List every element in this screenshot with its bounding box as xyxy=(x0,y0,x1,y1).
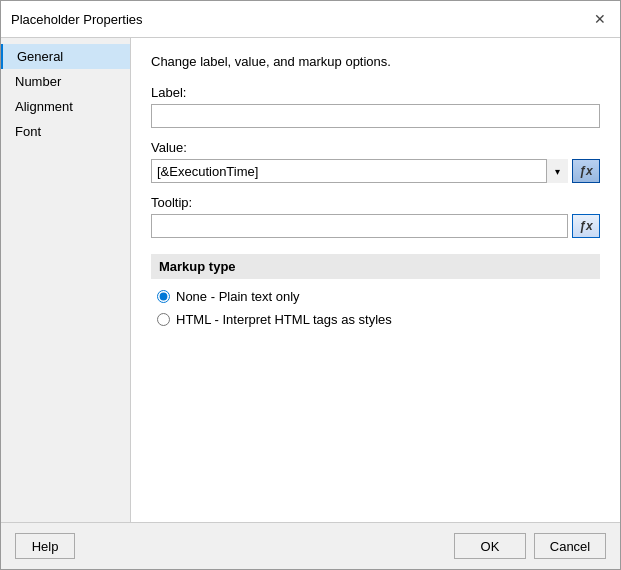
sidebar-item-general[interactable]: General xyxy=(1,44,130,69)
tooltip-fx-button[interactable]: ƒx xyxy=(572,214,600,238)
ok-button[interactable]: OK xyxy=(454,533,526,559)
label-input[interactable] xyxy=(151,104,600,128)
tooltip-input[interactable] xyxy=(151,214,568,238)
value-select-wrapper: [&ExecutionTime] ▾ xyxy=(151,159,568,183)
radio-html-label: HTML - Interpret HTML tags as styles xyxy=(176,312,392,327)
main-description: Change label, value, and markup options. xyxy=(151,54,600,69)
help-button[interactable]: Help xyxy=(15,533,75,559)
footer-right: OK Cancel xyxy=(454,533,606,559)
sidebar: General Number Alignment Font xyxy=(1,38,131,522)
dialog-title: Placeholder Properties xyxy=(11,12,143,27)
markup-section-header: Markup type xyxy=(151,254,600,279)
markup-radio-group: None - Plain text only HTML - Interpret … xyxy=(151,289,600,327)
value-row: [&ExecutionTime] ▾ ƒx xyxy=(151,159,600,183)
radio-none-input[interactable] xyxy=(157,290,170,303)
value-select[interactable]: [&ExecutionTime] xyxy=(151,159,568,183)
radio-html[interactable]: HTML - Interpret HTML tags as styles xyxy=(157,312,600,327)
cancel-button[interactable]: Cancel xyxy=(534,533,606,559)
label-field-group: Label: xyxy=(151,85,600,128)
title-bar: Placeholder Properties ✕ xyxy=(1,1,620,38)
tooltip-row: ƒx xyxy=(151,214,600,238)
value-fx-button[interactable]: ƒx xyxy=(572,159,600,183)
value-field-group: Value: [&ExecutionTime] ▾ ƒx xyxy=(151,140,600,183)
footer-left: Help xyxy=(15,533,75,559)
radio-none[interactable]: None - Plain text only xyxy=(157,289,600,304)
markup-section: Markup type None - Plain text only HTML … xyxy=(151,254,600,327)
dialog-footer: Help OK Cancel xyxy=(1,522,620,569)
radio-html-input[interactable] xyxy=(157,313,170,326)
close-button[interactable]: ✕ xyxy=(590,9,610,29)
placeholder-properties-dialog: Placeholder Properties ✕ General Number … xyxy=(0,0,621,570)
tooltip-field-label: Tooltip: xyxy=(151,195,600,210)
main-content: Change label, value, and markup options.… xyxy=(131,38,620,522)
value-field-label: Value: xyxy=(151,140,600,155)
tooltip-field-group: Tooltip: ƒx xyxy=(151,195,600,238)
dialog-body: General Number Alignment Font Change lab… xyxy=(1,38,620,522)
sidebar-item-alignment[interactable]: Alignment xyxy=(1,94,130,119)
label-field-label: Label: xyxy=(151,85,600,100)
sidebar-item-font[interactable]: Font xyxy=(1,119,130,144)
sidebar-item-number[interactable]: Number xyxy=(1,69,130,94)
radio-none-label: None - Plain text only xyxy=(176,289,300,304)
